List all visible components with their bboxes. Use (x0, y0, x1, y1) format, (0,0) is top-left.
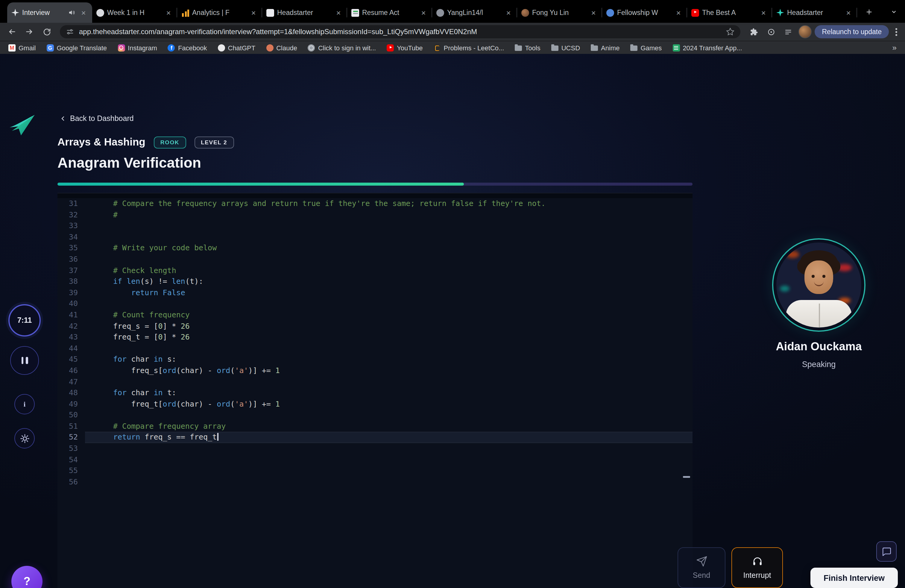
interrupt-button[interactable]: Interrupt (732, 547, 783, 588)
scrollbar-marker[interactable] (683, 476, 690, 478)
tab-search-button[interactable] (887, 5, 900, 18)
code-line[interactable]: 40 (57, 299, 692, 310)
tab-close-icon[interactable]: × (164, 8, 173, 17)
facebook-icon (168, 44, 175, 51)
browser-tab[interactable]: Headstarter× (772, 2, 857, 23)
browser-tab[interactable]: Interview× (7, 2, 92, 23)
tab-close-icon[interactable]: × (674, 8, 683, 17)
address-bar[interactable]: app.theheadstarter.com/anagram-verificat… (60, 25, 741, 38)
reload-button[interactable] (40, 25, 54, 39)
bookmark-item[interactable]: Facebook (168, 44, 207, 51)
settings-button[interactable] (14, 428, 35, 448)
back-to-dashboard-link[interactable]: Back to Dashboard (59, 114, 134, 123)
bookmark-item[interactable]: YouTube (387, 44, 422, 51)
youtube-favicon (691, 9, 699, 16)
code-line[interactable]: 36 (57, 254, 692, 265)
forward-button[interactable] (22, 25, 37, 39)
bookmark-item[interactable]: 2024 Transfer App... (672, 44, 742, 51)
help-button[interactable]: ? (11, 566, 43, 588)
browser-tab[interactable]: YangLin14/l× (432, 2, 517, 23)
code-line[interactable]: 55 (57, 466, 692, 477)
bookmark-item[interactable]: Problems - LeetCo... (433, 44, 504, 51)
browser-tab[interactable]: Fellowship W× (602, 2, 687, 23)
code-line[interactable]: 44 (57, 343, 692, 354)
bookmark-item[interactable]: Anime (591, 44, 619, 51)
tab-title: Headstarter (787, 9, 841, 16)
extensions-icon[interactable] (747, 25, 761, 39)
code-line[interactable]: 48for char in t: (57, 388, 692, 399)
tab-close-icon[interactable]: × (504, 8, 513, 17)
leetcode-icon (433, 44, 441, 51)
code-line[interactable]: 32# (57, 209, 692, 220)
code-line[interactable]: 50 (57, 410, 692, 421)
tab-close-icon[interactable]: × (419, 8, 428, 17)
tab-close-icon[interactable]: × (79, 8, 88, 17)
info-button[interactable]: i (14, 394, 35, 414)
line-number: 33 (57, 220, 85, 231)
bookmark-item[interactable]: Google Translate (46, 44, 107, 51)
tab-close-icon[interactable]: × (249, 8, 258, 17)
bookmarks-list: GmailGoogle TranslateInstagramFacebookCh… (8, 44, 742, 51)
new-tab-button[interactable] (862, 5, 876, 19)
code-line[interactable]: 45for char in s: (57, 354, 692, 365)
bookmark-item[interactable]: Click to sign in wit... (308, 44, 376, 51)
back-button[interactable] (5, 25, 19, 39)
browser-tab[interactable]: Resume Act× (347, 2, 432, 23)
code-line[interactable]: 47 (57, 376, 692, 388)
browser-tab[interactable]: Analytics | F× (177, 2, 262, 23)
code-line[interactable]: 51# Compare frequency array (57, 421, 692, 432)
bookmark-item[interactable]: Instagram (117, 44, 157, 51)
code-line[interactable]: 41# Count frequency (57, 310, 692, 321)
code-line[interactable]: 35# Write your code below (57, 243, 692, 254)
code-line[interactable]: 42freq_s = [0] * 26 (57, 321, 692, 332)
chevron-down-icon (890, 8, 897, 15)
bookmark-item[interactable]: Games (630, 44, 662, 51)
code-line[interactable]: 54 (57, 454, 692, 465)
code-editor[interactable]: 31# Compare the frequency arrays and ret… (57, 193, 692, 588)
code-line[interactable]: 53 (57, 443, 692, 454)
bookmark-item[interactable]: ChatGPT (218, 44, 256, 51)
tab-title: Fellowship W (617, 9, 671, 16)
bookmark-item[interactable]: Gmail (8, 44, 36, 51)
pause-button[interactable] (10, 346, 39, 375)
tab-audio-icon[interactable] (68, 9, 76, 16)
code-line[interactable]: 34 (57, 232, 692, 243)
browser-tab[interactable]: Headstarter× (262, 2, 347, 23)
browser-menu-icon[interactable] (892, 25, 900, 39)
code-line[interactable]: 43freq_t = [0] * 26 (57, 332, 692, 343)
code-line[interactable]: 31# Compare the frequency arrays and ret… (57, 198, 692, 209)
browser-tab[interactable]: The Best A× (687, 2, 772, 23)
finish-interview-button[interactable]: Finish Interview (810, 567, 898, 588)
tab-title: Fong Yu Lin (532, 9, 586, 16)
code-line[interactable]: 39 return False (57, 288, 692, 299)
tab-close-icon[interactable]: × (589, 8, 598, 17)
relaunch-button[interactable]: Relaunch to update (815, 25, 889, 38)
browser-tab[interactable]: Week 1 in H× (92, 2, 177, 23)
timer-value: 7:11 (17, 316, 32, 324)
bookmarks-overflow-icon[interactable]: » (892, 43, 897, 52)
chat-button[interactable] (876, 541, 897, 562)
send-button[interactable]: Send (678, 547, 726, 588)
bookmark-item[interactable]: UCSD (551, 44, 580, 51)
code-line[interactable]: 37# Check length (57, 265, 692, 276)
code-line[interactable]: 56 (57, 477, 692, 488)
code-line[interactable]: 33 (57, 220, 692, 231)
line-number: 53 (57, 443, 85, 454)
reading-list-icon[interactable] (781, 25, 796, 39)
code-line[interactable]: 52return freq_s == freq_t (57, 432, 692, 443)
heading-row: Arrays & Hashing ROOK LEVEL 2 (57, 136, 234, 148)
site-settings-icon[interactable] (66, 27, 74, 36)
profile-avatar[interactable] (799, 25, 812, 38)
tab-close-icon[interactable]: × (844, 8, 853, 17)
browser-tab[interactable]: Fong Yu Lin× (517, 2, 602, 23)
extension-icon[interactable] (764, 25, 778, 39)
browser-toolbar: app.theheadstarter.com/anagram-verificat… (0, 23, 905, 41)
code-line[interactable]: 46 freq_s[ord(char) - ord('a')] += 1 (57, 365, 692, 376)
bookmark-item[interactable]: Claude (266, 44, 297, 51)
tab-close-icon[interactable]: × (334, 8, 343, 17)
bookmark-item[interactable]: Tools (515, 44, 540, 51)
code-line[interactable]: 38if len(s) != len(t): (57, 276, 692, 287)
tab-close-icon[interactable]: × (759, 8, 768, 17)
bookmark-star-icon[interactable] (726, 27, 735, 36)
code-line[interactable]: 49 freq_t[ord(char) - ord('a')] += 1 (57, 399, 692, 410)
